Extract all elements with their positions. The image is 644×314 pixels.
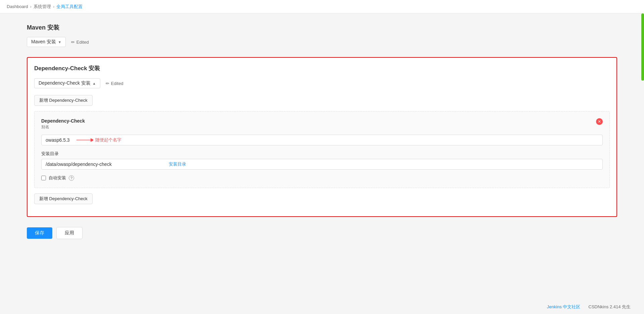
dependency-chevron-up-icon: ▲ (93, 82, 96, 85)
dependency-dropdown-label: Dependency-Check 安装 (39, 80, 91, 86)
csdn-text: CSDNkins 2.414 先生 (588, 304, 631, 310)
pencil-icon: ✏ (71, 40, 75, 45)
dependency-edited-text: Edited (111, 81, 123, 86)
help-icon[interactable]: ? (69, 175, 74, 181)
dependency-title: Dependency-Check 安装 (34, 64, 610, 72)
save-button[interactable]: 保存 (27, 227, 52, 239)
maven-dropdown-label: Maven 安装 (31, 39, 56, 45)
dependency-card: Dependency-Check 别名 ✕ (34, 111, 610, 188)
auto-install-label: 自动安装 (49, 175, 66, 181)
install-dir-label: 安装目录 (41, 151, 603, 157)
breadcrumb-system[interactable]: 系统管理 (34, 4, 51, 10)
install-dir-field-group: 安装目录 安装目录 (41, 151, 603, 170)
add-dependency-check-button-bottom[interactable]: 新增 Dependency-Check (34, 193, 93, 204)
dependency-dropdown-row: Dependency-Check 安装 ▲ ✏ Edited (34, 78, 610, 88)
dependency-pencil-icon: ✏ (106, 81, 109, 86)
close-icon: ✕ (598, 119, 601, 124)
maven-section: Maven 安装 Maven 安装 ▼ ✏ Edited (27, 24, 617, 47)
breadcrumb-sep-1: › (30, 4, 32, 9)
card-subtitle: 别名 (41, 124, 85, 130)
maven-edited-label: ✏ Edited (71, 40, 89, 45)
add-dependency-check-button-top[interactable]: 新增 Dependency-Check (34, 95, 93, 106)
maven-title: Maven 安装 (27, 24, 617, 32)
card-title: Dependency-Check (41, 118, 85, 124)
jenkins-community-link[interactable]: Jenkins 中文社区 (547, 304, 581, 310)
maven-dropdown[interactable]: Maven 安装 ▼ (27, 37, 66, 47)
close-card-button[interactable]: ✕ (596, 118, 603, 125)
auto-install-checkbox[interactable] (41, 176, 46, 180)
alias-field-group: 随便起个名字 (41, 135, 603, 145)
auto-install-row: 自动安装 ? (41, 175, 603, 181)
breadcrumb-current: 全局工具配置 (56, 4, 83, 10)
card-header: Dependency-Check 别名 ✕ (41, 118, 603, 130)
maven-edited-text: Edited (76, 40, 89, 45)
maven-dropdown-row: Maven 安装 ▼ ✏ Edited (27, 37, 617, 47)
breadcrumb-sep-2: › (53, 4, 54, 9)
install-dir-input[interactable] (41, 159, 603, 170)
scrollbar[interactable] (641, 13, 644, 81)
main-content: Maven 安装 Maven 安装 ▼ ✏ Edited Dependency-… (0, 13, 644, 314)
apply-button[interactable]: 应用 (56, 227, 83, 239)
breadcrumb: Dashboard › 系统管理 › 全局工具配置 (0, 0, 644, 13)
dependency-section: Dependency-Check 安装 Dependency-Check 安装 … (27, 57, 617, 217)
alias-input[interactable] (41, 135, 603, 145)
footer: Jenkins 中文社区 CSDNkins 2.414 先生 (0, 300, 644, 314)
dependency-edited-label: ✏ Edited (106, 81, 123, 86)
breadcrumb-dashboard[interactable]: Dashboard (7, 4, 28, 9)
chevron-down-icon: ▼ (58, 40, 61, 44)
action-row: 保存 应用 (27, 227, 617, 239)
dependency-dropdown[interactable]: Dependency-Check 安装 ▲ (34, 78, 100, 88)
card-title-group: Dependency-Check 别名 (41, 118, 85, 130)
